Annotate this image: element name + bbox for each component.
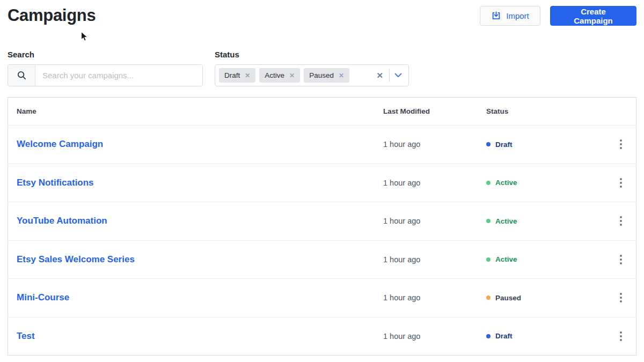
column-header-last-modified: Last Modified [383, 107, 486, 115]
select-controls: ✕ [376, 69, 402, 82]
table-row: Welcome Campaign 1 hour ago Draft [8, 125, 636, 164]
search-input[interactable] [35, 65, 202, 86]
kebab-icon [620, 216, 622, 218]
row-menu-button[interactable] [616, 175, 626, 191]
last-modified-value: 1 hour ago [383, 332, 486, 341]
import-icon [491, 11, 501, 21]
status-value: Active [495, 255, 517, 263]
column-header-status: Status [486, 107, 606, 115]
status-value: Draft [495, 332, 513, 340]
status-chip-label: Paused [309, 71, 334, 79]
campaign-name-link[interactable]: Etsy Sales Welcome Series [17, 254, 135, 264]
status-chip-label: Active [265, 71, 284, 79]
select-divider [389, 69, 390, 82]
page-title: Campaigns [8, 5, 96, 26]
import-button-label: Import [506, 11, 529, 20]
status-dot [486, 181, 491, 185]
status-multiselect[interactable]: Draft ✕ Active ✕ Paused ✕ ✕ [215, 64, 409, 86]
header-actions: Import Create Campaign [480, 5, 636, 26]
status-value: Active [495, 217, 517, 225]
import-button[interactable]: Import [480, 6, 540, 26]
row-menu-button[interactable] [616, 328, 626, 344]
last-modified-value: 1 hour ago [383, 217, 486, 225]
status-value: Paused [495, 294, 521, 302]
status-value: Active [495, 179, 517, 187]
search-icon [8, 65, 35, 86]
status-chip[interactable]: Draft ✕ [219, 68, 255, 83]
last-modified-value: 1 hour ago [383, 293, 486, 302]
chip-remove-icon[interactable]: ✕ [245, 72, 250, 79]
last-modified-value: 1 hour ago [383, 179, 486, 187]
search-filter: Search [8, 50, 203, 86]
status-dot [486, 334, 491, 338]
kebab-icon [620, 139, 622, 142]
search-label: Search [8, 50, 203, 59]
chip-remove-icon[interactable]: ✕ [289, 72, 295, 79]
campaigns-table: Name Last Modified Status Welcome Campai… [8, 97, 636, 356]
status-value: Draft [495, 141, 513, 149]
campaign-name-link[interactable]: Test [17, 331, 35, 341]
kebab-icon [620, 255, 622, 257]
clear-all-icon[interactable]: ✕ [376, 71, 383, 79]
kebab-icon [620, 331, 622, 334]
filters-bar: Search Status Draft ✕ Active ✕ Paused [8, 50, 636, 86]
campaign-name-link[interactable]: YouTube Automation [17, 216, 107, 226]
column-header-name: Name [8, 107, 383, 115]
last-modified-value: 1 hour ago [383, 255, 486, 264]
table-row: Etsy Notifications 1 hour ago Active [8, 164, 636, 202]
status-dot [486, 219, 491, 223]
last-modified-value: 1 hour ago [383, 140, 486, 149]
status-chip-label: Draft [224, 71, 240, 79]
search-box [8, 64, 203, 86]
kebab-icon [620, 293, 622, 295]
page-header: Campaigns Import Create Campaign [8, 0, 636, 26]
table-row: Mini-Course 1 hour ago Paused [8, 278, 636, 317]
create-campaign-button[interactable]: Create Campaign [550, 6, 636, 26]
status-label: Status [215, 50, 409, 59]
table-body: Welcome Campaign 1 hour ago Draft Etsy N… [8, 125, 636, 355]
campaign-name-link[interactable]: Etsy Notifications [17, 178, 94, 188]
campaigns-page: Campaigns Import Create Campaign Search [0, 0, 644, 362]
campaign-name-link[interactable]: Mini-Course [17, 292, 69, 302]
row-menu-button[interactable] [616, 213, 626, 229]
status-chip[interactable]: Paused ✕ [304, 68, 349, 83]
table-row: YouTube Automation 1 hour ago Active [8, 202, 636, 240]
row-menu-button[interactable] [616, 252, 626, 268]
status-chip-list: Draft ✕ Active ✕ Paused ✕ [219, 68, 349, 83]
status-chip[interactable]: Active ✕ [259, 68, 300, 83]
row-menu-button[interactable] [616, 290, 626, 306]
status-dot [486, 142, 491, 146]
chip-remove-icon[interactable]: ✕ [339, 72, 344, 79]
status-filter: Status Draft ✕ Active ✕ Paused ✕ ✕ [215, 50, 409, 86]
table-row: Etsy Sales Welcome Series 1 hour ago Act… [8, 240, 636, 279]
kebab-icon [620, 178, 622, 180]
row-menu-button[interactable] [616, 136, 626, 152]
status-dot [486, 257, 491, 262]
mouse-cursor [80, 31, 89, 42]
status-dot [486, 295, 491, 300]
table-row: Test 1 hour ago Draft [8, 317, 636, 356]
chevron-down-icon[interactable] [394, 73, 402, 78]
campaign-name-link[interactable]: Welcome Campaign [17, 139, 103, 149]
table-header: Name Last Modified Status [8, 98, 636, 125]
